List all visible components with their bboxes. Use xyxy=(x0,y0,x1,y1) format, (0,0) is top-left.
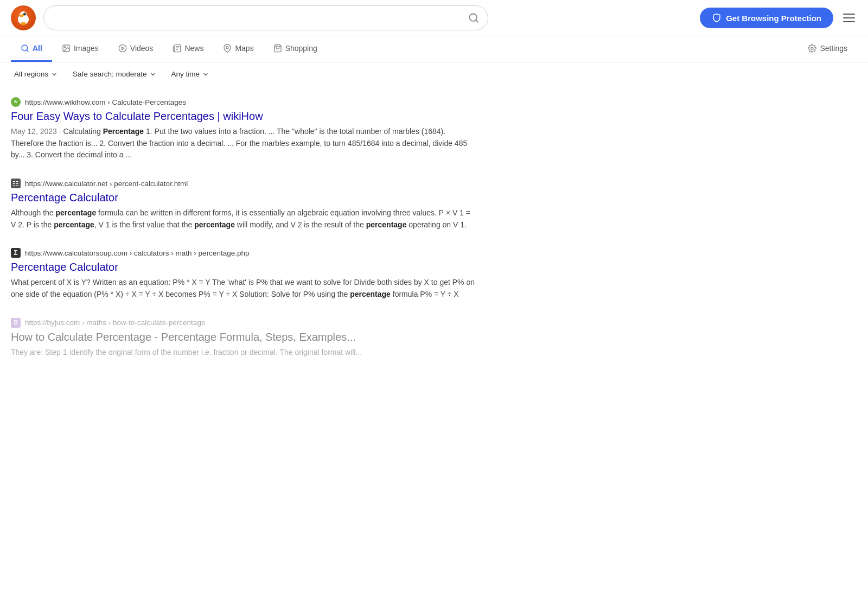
search-input[interactable]: how to calculate percentage xyxy=(53,13,463,23)
get-protection-button[interactable]: Get Browsing Protection xyxy=(700,8,833,28)
time-chevron-icon xyxy=(202,71,209,78)
svg-point-19 xyxy=(811,47,813,49)
header: how to calculate percentage Get Browsing… xyxy=(0,0,868,36)
news-tab-icon xyxy=(173,44,181,53)
result-title-wikihow[interactable]: Four Easy Ways to Calculate Percentages … xyxy=(11,109,477,123)
region-filter[interactable]: All regions xyxy=(11,68,61,80)
svg-point-5 xyxy=(21,22,26,24)
hamburger-line-2 xyxy=(843,17,855,18)
tab-images-label: Images xyxy=(74,44,99,53)
tab-settings[interactable]: Settings xyxy=(798,36,857,62)
result-url-row-4: B https://byjus.com › maths › how-to-cal… xyxy=(11,318,477,328)
svg-line-7 xyxy=(476,20,478,22)
result-url-row-3: Σ https://www.calculatorsoup.com › calcu… xyxy=(11,248,477,258)
result-url-calculatornet: https://www.calculator.net › percent-cal… xyxy=(25,180,188,188)
result-snippet-calculatorsoup: What percent of X is Y? Written as an eq… xyxy=(11,277,477,300)
filter-bar: All regions Safe search: moderate Any ti… xyxy=(0,62,868,86)
search-tab-icon xyxy=(21,44,29,53)
svg-point-3 xyxy=(24,14,25,15)
tab-news[interactable]: News xyxy=(163,36,213,62)
region-filter-label: All regions xyxy=(14,70,48,78)
result-item-wikihow: W https://www.wikihow.com › Calculate-Pe… xyxy=(11,97,477,161)
search-results: W https://www.wikihow.com › Calculate-Pe… xyxy=(0,86,488,398)
tab-all-label: All xyxy=(33,44,42,53)
result-title-byjus[interactable]: How to Calculate Percentage - Percentage… xyxy=(11,330,477,344)
search-icon xyxy=(468,12,479,23)
tab-shopping-label: Shopping xyxy=(285,44,317,53)
region-chevron-icon xyxy=(51,71,58,78)
bag-tab-icon xyxy=(273,44,282,53)
result-item-calculatorsoup: Σ https://www.calculatorsoup.com › calcu… xyxy=(11,248,477,300)
wikihow-favicon-icon: W xyxy=(12,98,20,106)
result-snippet-byjus: They are: Step 1 Identify the original f… xyxy=(11,347,477,359)
tab-images[interactable]: Images xyxy=(52,36,108,62)
result-url-wikihow: https://www.wikihow.com › Calculate-Perc… xyxy=(25,98,186,106)
tab-all[interactable]: All xyxy=(11,36,52,62)
pin-tab-icon xyxy=(223,44,232,53)
tab-maps[interactable]: Maps xyxy=(213,36,263,62)
result-item-byjus: B https://byjus.com › maths › how-to-cal… xyxy=(11,318,477,359)
tab-videos-label: Videos xyxy=(130,44,154,53)
duckduckgo-logo[interactable] xyxy=(11,5,36,30)
tab-shopping[interactable]: Shopping xyxy=(264,36,327,62)
hamburger-line-3 xyxy=(843,21,855,22)
svg-text:W: W xyxy=(14,100,18,104)
result-url-calculatorsoup: https://www.calculatorsoup.com › calcula… xyxy=(25,249,249,257)
nav-tabs: All Images Videos News Maps xyxy=(0,36,868,62)
svg-point-12 xyxy=(119,44,126,52)
svg-line-9 xyxy=(27,50,28,52)
search-bar: how to calculate percentage xyxy=(43,5,488,30)
result-date-wikihow: May 12, 2023 · xyxy=(11,127,63,136)
shield-icon xyxy=(712,13,722,23)
svg-marker-13 xyxy=(122,47,124,49)
result-snippet-wikihow: May 12, 2023 · Calculating Percentage 1.… xyxy=(11,126,477,161)
result-title-calculatorsoup[interactable]: Percentage Calculator xyxy=(11,260,477,274)
svg-point-11 xyxy=(65,47,66,48)
result-url-row: W https://www.wikihow.com › Calculate-Pe… xyxy=(11,97,477,107)
favicon-byjus: B xyxy=(11,318,21,328)
tab-videos[interactable]: Videos xyxy=(108,36,163,62)
image-tab-icon xyxy=(62,44,71,53)
favicon-calculatorsoup: Σ xyxy=(11,248,21,258)
hamburger-menu-button[interactable] xyxy=(841,11,857,24)
result-url-row-2: ☷ https://www.calculator.net › percent-c… xyxy=(11,179,477,188)
result-item-calculatornet: ☷ https://www.calculator.net › percent-c… xyxy=(11,179,477,231)
tab-settings-label: Settings xyxy=(820,44,847,53)
time-filter[interactable]: Any time xyxy=(168,68,213,80)
safesearch-chevron-icon xyxy=(150,71,156,78)
favicon-wikihow: W xyxy=(11,97,21,107)
safesearch-filter-label: Safe search: moderate xyxy=(73,70,147,78)
header-right: Get Browsing Protection xyxy=(700,8,857,28)
play-tab-icon xyxy=(118,44,127,53)
search-submit-button[interactable] xyxy=(468,12,479,23)
svg-point-17 xyxy=(226,47,228,49)
time-filter-label: Any time xyxy=(171,70,200,78)
tab-news-label: News xyxy=(184,44,203,53)
protection-button-label: Get Browsing Protection xyxy=(726,14,821,23)
favicon-calculatornet: ☷ xyxy=(11,179,21,188)
hamburger-line-1 xyxy=(843,14,855,15)
result-snippet-calculatornet: Although the percentage formula can be w… xyxy=(11,207,477,231)
settings-tab-icon xyxy=(808,44,816,53)
result-title-calculatornet[interactable]: Percentage Calculator xyxy=(11,190,477,205)
result-url-byjus: https://byjus.com › maths › how-to-calcu… xyxy=(25,319,205,327)
safesearch-filter[interactable]: Safe search: moderate xyxy=(69,68,159,80)
tab-maps-label: Maps xyxy=(235,44,253,53)
